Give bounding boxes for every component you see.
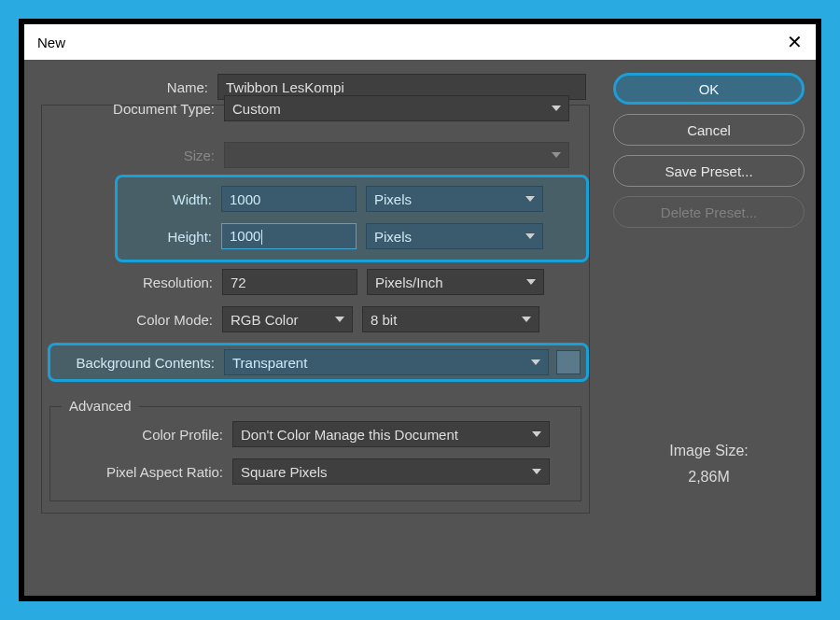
chevron-down-icon xyxy=(522,317,531,322)
resolution-row: Resolution: 72 Pixels/Inch xyxy=(42,268,589,296)
pixel-aspect-row: Pixel Aspect Ratio: Square Pixels xyxy=(50,458,581,486)
dialog-body: Name: Twibbon LesKompi Document Type: Cu… xyxy=(24,60,816,596)
width-unit-value: Pixels xyxy=(374,191,412,207)
save-preset-button[interactable]: Save Preset... xyxy=(613,155,805,187)
chevron-down-icon xyxy=(526,279,536,285)
dialog-window: New ✕ Name: Twibbon LesKompi Document Ty… xyxy=(19,19,821,601)
height-unit-select[interactable]: Pixels xyxy=(366,223,543,249)
height-row: Height: 1000 Pixels xyxy=(123,222,581,250)
doc-type-select[interactable]: Custom xyxy=(224,95,569,121)
delete-preset-button: Delete Preset... xyxy=(613,196,805,228)
delete-preset-label: Delete Preset... xyxy=(661,204,757,220)
image-size-label: Image Size: xyxy=(613,443,805,459)
color-depth-value: 8 bit xyxy=(371,312,397,328)
size-select xyxy=(224,142,569,168)
height-unit-value: Pixels xyxy=(374,229,412,245)
pixel-aspect-label: Pixel Aspect Ratio: xyxy=(50,464,232,480)
color-mode-select[interactable]: RGB Color xyxy=(222,306,353,332)
image-size-display: Image Size: 2,86M xyxy=(613,443,805,486)
advanced-fieldset: Advanced Color Profile: Don't Color Mana… xyxy=(49,406,581,501)
color-mode-row: Color Mode: RGB Color 8 bit xyxy=(42,305,589,333)
title-bar: New ✕ xyxy=(24,24,816,60)
chevron-down-icon xyxy=(552,152,561,158)
width-label: Width: xyxy=(123,191,221,207)
resolution-label: Resolution: xyxy=(42,275,222,290)
main-fieldset: Document Type: Custom Size: Width: xyxy=(41,105,590,514)
height-value: 1000 xyxy=(230,228,262,245)
resolution-unit-value: Pixels/Inch xyxy=(375,275,443,290)
width-field[interactable]: 1000 xyxy=(221,186,357,212)
size-label: Size: xyxy=(42,148,224,163)
color-profile-select[interactable]: Don't Color Manage this Document xyxy=(232,421,550,447)
color-profile-row: Color Profile: Don't Color Manage this D… xyxy=(50,420,581,448)
size-row: Size: xyxy=(42,141,589,169)
width-value: 1000 xyxy=(230,191,260,207)
chevron-down-icon xyxy=(552,106,561,111)
pixel-aspect-select[interactable]: Square Pixels xyxy=(232,458,550,485)
color-profile-label: Color Profile: xyxy=(50,427,232,443)
button-panel: OK Cancel Save Preset... Delete Preset..… xyxy=(613,73,805,583)
name-label: Name: xyxy=(35,79,217,95)
chevron-down-icon xyxy=(525,233,535,239)
chevron-down-icon xyxy=(532,431,541,437)
doc-type-row: Document Type: Custom xyxy=(42,94,589,122)
doc-type-value: Custom xyxy=(232,101,281,117)
form-panel: Name: Twibbon LesKompi Document Type: Cu… xyxy=(35,73,602,583)
height-field[interactable]: 1000 xyxy=(221,223,357,249)
resolution-unit-select[interactable]: Pixels/Inch xyxy=(367,269,544,295)
close-icon[interactable]: ✕ xyxy=(787,33,803,51)
chevron-down-icon xyxy=(335,317,344,322)
cancel-button[interactable]: Cancel xyxy=(613,114,805,146)
resolution-field[interactable]: 72 xyxy=(222,269,357,295)
cancel-label: Cancel xyxy=(687,122,731,138)
background-highlight: Background Contents: Transparent xyxy=(48,343,589,382)
advanced-legend: Advanced xyxy=(62,398,139,414)
height-label: Height: xyxy=(123,229,221,245)
doc-type-label: Document Type: xyxy=(42,101,224,117)
chevron-down-icon xyxy=(525,196,535,202)
chevron-down-icon xyxy=(531,359,540,365)
background-select[interactable]: Transparent xyxy=(224,349,549,375)
ok-button[interactable]: OK xyxy=(613,73,805,105)
background-label: Background Contents: xyxy=(56,355,224,371)
color-depth-select[interactable]: 8 bit xyxy=(362,306,539,332)
color-mode-label: Color Mode: xyxy=(42,312,222,328)
color-mode-value: RGB Color xyxy=(231,312,299,328)
dimensions-highlight: Width: 1000 Pixels Height: 1000 xyxy=(115,175,589,262)
width-unit-select[interactable]: Pixels xyxy=(366,186,543,212)
save-preset-label: Save Preset... xyxy=(665,163,752,179)
color-profile-value: Don't Color Manage this Document xyxy=(241,427,458,443)
chevron-down-icon xyxy=(532,469,541,474)
pixel-aspect-value: Square Pixels xyxy=(241,464,328,480)
window-title: New xyxy=(37,35,65,50)
name-value: Twibbon LesKompi xyxy=(226,79,344,95)
image-size-value: 2,86M xyxy=(613,469,805,486)
width-row: Width: 1000 Pixels xyxy=(123,185,581,213)
background-value: Transparent xyxy=(232,355,307,371)
background-color-swatch[interactable] xyxy=(556,350,581,374)
ok-label: OK xyxy=(699,81,720,97)
resolution-value: 72 xyxy=(231,275,246,290)
